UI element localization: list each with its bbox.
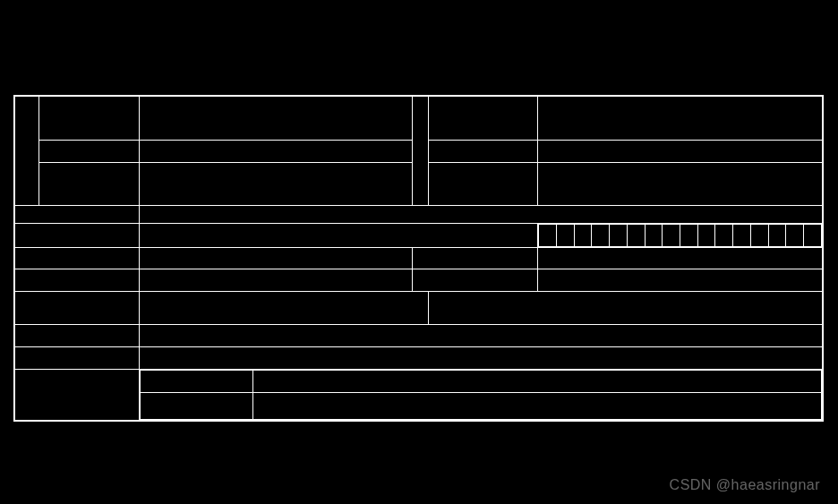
cell bbox=[139, 269, 413, 292]
cell bbox=[139, 325, 822, 347]
grid-cell bbox=[697, 225, 715, 247]
table-row bbox=[15, 206, 823, 224]
grid-cell bbox=[645, 225, 663, 247]
table-row bbox=[15, 347, 823, 370]
cell bbox=[15, 206, 140, 224]
cell bbox=[252, 393, 821, 420]
grid-cell bbox=[768, 225, 786, 247]
grid-cell bbox=[610, 225, 628, 247]
cell bbox=[139, 97, 413, 141]
cell bbox=[15, 292, 140, 325]
cell bbox=[139, 163, 413, 206]
table-row bbox=[15, 370, 823, 421]
table-row bbox=[15, 224, 823, 248]
table-row bbox=[15, 248, 823, 269]
cell bbox=[252, 371, 821, 393]
grid-cell bbox=[715, 225, 733, 247]
cell bbox=[139, 206, 822, 224]
grid-cell bbox=[557, 225, 575, 247]
cell bbox=[38, 97, 139, 141]
cell bbox=[15, 269, 140, 292]
grid-cell bbox=[663, 225, 680, 247]
grid-table bbox=[538, 224, 822, 247]
cell bbox=[139, 141, 413, 163]
cell bbox=[15, 248, 140, 269]
cell bbox=[139, 292, 429, 325]
form-table bbox=[14, 96, 823, 421]
grid-cell bbox=[680, 225, 698, 247]
cell bbox=[15, 325, 140, 347]
grid-cell bbox=[574, 225, 592, 247]
grid-cell bbox=[627, 225, 645, 247]
cell bbox=[38, 141, 139, 163]
table-row bbox=[15, 325, 823, 347]
cell bbox=[140, 371, 252, 393]
grid-cell bbox=[786, 225, 804, 247]
grid-cell bbox=[804, 225, 822, 247]
cell bbox=[38, 163, 139, 206]
cell bbox=[139, 248, 413, 269]
table-row bbox=[15, 292, 823, 325]
cell bbox=[429, 163, 538, 206]
grid-cell bbox=[592, 225, 610, 247]
cell bbox=[15, 97, 39, 206]
cell bbox=[538, 97, 823, 141]
cell bbox=[413, 97, 429, 206]
cell bbox=[139, 224, 537, 248]
grid-cell-container bbox=[538, 224, 823, 248]
cell bbox=[429, 292, 823, 325]
cell bbox=[15, 370, 140, 421]
watermark: CSDN @haeasringnar bbox=[670, 477, 820, 493]
grid-cell bbox=[733, 225, 751, 247]
grid-cell bbox=[539, 225, 557, 247]
cell bbox=[538, 269, 823, 292]
grid-cell bbox=[750, 225, 768, 247]
form-table-container bbox=[13, 95, 824, 422]
cell bbox=[413, 269, 538, 292]
cell bbox=[15, 347, 140, 370]
cell bbox=[429, 141, 538, 163]
cell bbox=[429, 97, 538, 141]
cell bbox=[139, 370, 822, 421]
cell bbox=[15, 224, 140, 248]
table-row bbox=[15, 269, 823, 292]
cell bbox=[413, 248, 538, 269]
table-row bbox=[15, 97, 823, 141]
cell bbox=[139, 347, 822, 370]
cell bbox=[140, 393, 252, 420]
cell bbox=[538, 163, 823, 206]
cell bbox=[538, 248, 823, 269]
cell bbox=[538, 141, 823, 163]
